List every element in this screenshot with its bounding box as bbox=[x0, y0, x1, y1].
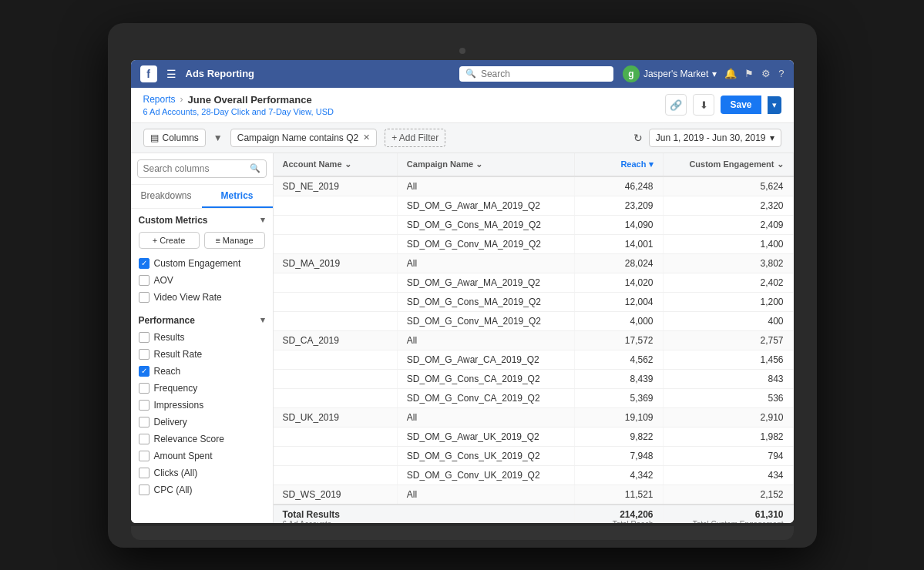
engagement-cell: 536 bbox=[663, 388, 793, 407]
metric-item-amount-spent[interactable]: Amount Spent bbox=[131, 448, 273, 464]
account-switcher[interactable]: g Jasper's Market ▾ bbox=[623, 65, 717, 82]
metric-item-custom-engagement[interactable]: ✓ Custom Engagement bbox=[131, 255, 273, 272]
col-header-account[interactable]: Account Name ⌄ bbox=[274, 153, 398, 176]
header-actions: 🔗 ⬇ Save ▾ bbox=[665, 94, 781, 116]
table-row: SD_OM_G_Cons_CA_2019_Q2 8,439 843 bbox=[274, 369, 794, 388]
breadcrumb-reports[interactable]: Reports bbox=[143, 94, 176, 105]
breadcrumb: Reports › June Overall Performance bbox=[143, 94, 334, 106]
results-table: Account Name ⌄ Campaign Name ⌄ Reach ▾ C… bbox=[274, 153, 794, 523]
metric-label: Amount Spent bbox=[154, 451, 213, 461]
metric-checkbox-aov bbox=[139, 275, 150, 286]
engagement-cell: 794 bbox=[663, 446, 793, 465]
table-row: SD_CA_2019 All 17,572 2,757 bbox=[274, 330, 794, 350]
download-button[interactable]: ⬇ bbox=[693, 94, 714, 116]
add-filter-button[interactable]: + Add Filter bbox=[385, 129, 445, 147]
save-dropdown-button[interactable]: ▾ bbox=[768, 96, 781, 114]
engagement-cell: 2,757 bbox=[663, 330, 793, 350]
performance-metrics-list: Results Result Rate ✓ Reach Frequency bbox=[131, 329, 273, 498]
sort-icon: ⌄ bbox=[777, 159, 784, 169]
metric-label: Results bbox=[154, 332, 185, 343]
filter-close-button[interactable]: ✕ bbox=[363, 132, 370, 142]
flag-icon[interactable]: ⚑ bbox=[744, 68, 754, 79]
engagement-cell: 2,910 bbox=[663, 407, 793, 427]
campaign-name-cell: SD_OM_G_Awar_MA_2019_Q2 bbox=[397, 196, 574, 215]
reach-cell: 14,020 bbox=[574, 273, 663, 292]
section-collapse-icon[interactable]: ▾ bbox=[260, 215, 265, 225]
columns-label: Columns bbox=[163, 132, 199, 143]
metric-checkbox-delivery bbox=[139, 417, 150, 428]
table-row: SD_OM_G_Cons_UK_2019_Q2 7,948 794 bbox=[274, 446, 794, 465]
sort-desc-icon: ▾ bbox=[649, 159, 654, 169]
reach-cell: 46,248 bbox=[574, 176, 663, 196]
engagement-cell: 2,402 bbox=[663, 273, 793, 292]
metric-checkbox-video-view-rate bbox=[139, 292, 150, 303]
active-filter: Campaign Name contains Q2 ✕ bbox=[230, 129, 377, 147]
engagement-cell: 1,400 bbox=[663, 234, 793, 253]
metric-item-aov[interactable]: AOV bbox=[131, 272, 273, 289]
total-label: Total Results bbox=[283, 509, 565, 520]
column-search-input[interactable] bbox=[143, 163, 246, 174]
app-title: Ads Reporting bbox=[186, 68, 450, 79]
total-engagement-value: 61,310 bbox=[673, 509, 784, 520]
sort-icon: ⌄ bbox=[475, 159, 482, 169]
top-nav: f ☰ Ads Reporting 🔍 g Jasper's Market ▾ … bbox=[131, 60, 794, 88]
section-collapse-icon[interactable]: ▾ bbox=[260, 315, 265, 325]
metric-item-impressions[interactable]: Impressions bbox=[131, 397, 273, 414]
metric-checkbox-relevance-score bbox=[139, 434, 150, 444]
table-row: SD_NE_2019 All 46,248 5,624 bbox=[274, 176, 794, 196]
metric-item-reach[interactable]: ✓ Reach bbox=[131, 363, 273, 380]
col-header-reach[interactable]: Reach ▾ bbox=[574, 153, 663, 176]
link-button[interactable]: 🔗 bbox=[665, 94, 687, 116]
chevron-down-icon: ▾ bbox=[770, 132, 774, 143]
search-input[interactable] bbox=[481, 69, 607, 79]
metric-label: Video View Rate bbox=[154, 292, 222, 303]
campaign-name-cell: SD_OM_G_Conv_UK_2019_Q2 bbox=[397, 465, 574, 484]
columns-icon: ▤ bbox=[150, 132, 159, 143]
table-row: SD_OM_G_Conv_MA_2019_Q2 14,001 1,400 bbox=[274, 234, 794, 253]
account-name: Jasper's Market bbox=[643, 69, 708, 79]
table-row: SD_OM_G_Awar_CA_2019_Q2 4,562 1,456 bbox=[274, 350, 794, 369]
metric-label: Clicks (All) bbox=[154, 468, 198, 478]
tab-metrics[interactable]: Metrics bbox=[202, 185, 273, 208]
reach-cell: 5,369 bbox=[574, 388, 663, 407]
metric-checkbox-results bbox=[139, 332, 150, 343]
metric-item-relevance-score[interactable]: Relevance Score bbox=[131, 431, 273, 448]
settings-icon[interactable]: ⚙ bbox=[761, 68, 771, 79]
total-row: Total Results 6 Ad Accounts 214,206 Tota… bbox=[274, 505, 794, 523]
tab-breakdowns[interactable]: Breakdowns bbox=[131, 185, 202, 208]
metric-item-video-view-rate[interactable]: Video View Rate bbox=[131, 289, 273, 306]
global-search[interactable]: 🔍 bbox=[459, 66, 613, 82]
metric-item-clicks-all[interactable]: Clicks (All) bbox=[131, 464, 273, 481]
metric-item-results[interactable]: Results bbox=[131, 329, 273, 346]
data-table-area: Account Name ⌄ Campaign Name ⌄ Reach ▾ C… bbox=[274, 153, 794, 523]
col-header-engagement[interactable]: Custom Engagement ⌄ bbox=[663, 153, 793, 176]
total-reach-cell: 214,206 Total Reach bbox=[574, 505, 663, 523]
manage-metric-button[interactable]: ≡ Manage bbox=[204, 232, 265, 249]
refresh-button[interactable]: ↻ bbox=[633, 132, 643, 144]
account-name-cell bbox=[274, 388, 398, 407]
metric-item-frequency[interactable]: Frequency bbox=[131, 380, 273, 397]
metric-item-delivery[interactable]: Delivery bbox=[131, 414, 273, 431]
metric-item-result-rate[interactable]: Result Rate bbox=[131, 346, 273, 363]
save-button[interactable]: Save bbox=[721, 96, 761, 114]
column-search[interactable]: 🔍 bbox=[137, 159, 267, 178]
help-icon[interactable]: ? bbox=[778, 68, 784, 79]
metric-label: Delivery bbox=[154, 417, 187, 428]
metric-checkbox-clicks-all bbox=[139, 468, 150, 478]
columns-button[interactable]: ▤ Columns bbox=[143, 129, 206, 147]
account-name-cell bbox=[274, 446, 398, 465]
campaign-name-cell: SD_OM_G_Cons_MA_2019_Q2 bbox=[397, 215, 574, 234]
col-header-campaign[interactable]: Campaign Name ⌄ bbox=[397, 153, 574, 176]
create-metric-button[interactable]: + Create bbox=[139, 232, 200, 249]
metric-label: AOV bbox=[154, 275, 173, 286]
reach-cell: 14,001 bbox=[574, 234, 663, 253]
date-range-button[interactable]: Jun 1, 2019 - Jun 30, 2019 ▾ bbox=[649, 129, 781, 147]
notifications-icon[interactable]: 🔔 bbox=[724, 68, 737, 79]
reach-cell: 7,948 bbox=[574, 446, 663, 465]
menu-icon[interactable]: ☰ bbox=[166, 68, 176, 80]
table-row: SD_OM_G_Cons_MA_2019_Q2 14,090 2,409 bbox=[274, 215, 794, 234]
account-name-cell bbox=[274, 273, 398, 292]
campaign-name-cell: SD_OM_G_Conv_CA_2019_Q2 bbox=[397, 388, 574, 407]
total-label-cell: Total Results 6 Ad Accounts bbox=[274, 505, 575, 523]
metric-item-cpc-all[interactable]: CPC (All) bbox=[131, 481, 273, 498]
